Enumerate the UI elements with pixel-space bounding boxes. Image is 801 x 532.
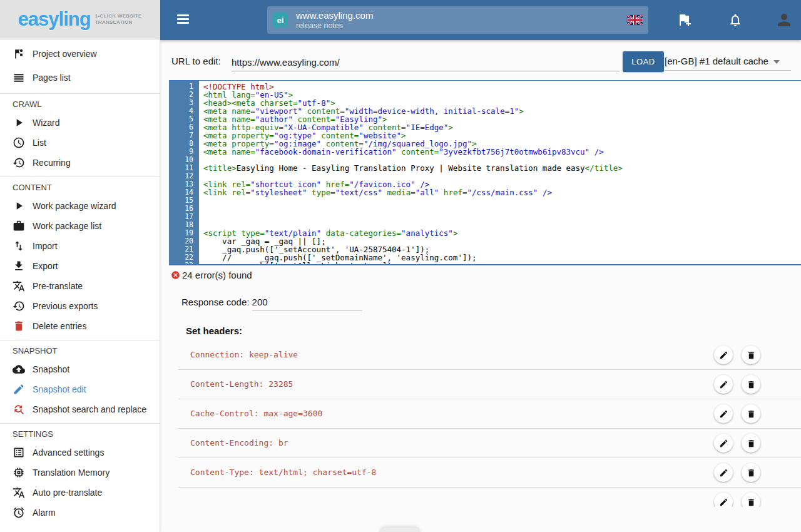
url-input[interactable] (232, 54, 620, 71)
sidebar-item-recurring[interactable]: Recurring (0, 153, 160, 173)
set-headers-label: Set headers: (186, 325, 801, 336)
topbar: el www.easyling.com release notes (160, 0, 801, 40)
delete-header-button[interactable] (742, 375, 760, 394)
sidebar-item-delete-entries[interactable]: Delete entries (0, 316, 160, 336)
sidebar-item-snapshot-search-and-replace[interactable]: Snapshot search and replace (0, 399, 160, 419)
bottom-button-peek[interactable] (380, 528, 419, 532)
history-icon (13, 156, 25, 169)
memory-icon (13, 466, 25, 479)
sidebar-item-wizard[interactable]: Wizard (0, 113, 160, 133)
sidebar-item-alarm[interactable]: Alarm (0, 503, 160, 523)
notifications-icon[interactable] (728, 13, 743, 28)
error-icon (171, 270, 180, 280)
line-number: 23 (169, 262, 193, 265)
edit-header-button[interactable] (714, 463, 733, 482)
sidebar-section-label: CONTENT (0, 180, 160, 196)
delete-header-button[interactable] (742, 463, 760, 482)
sidebar-item-partial[interactable] (0, 528, 160, 532)
header-row: Content-Encoding: br (160, 429, 801, 458)
sidebar-item-import[interactable]: Import (0, 236, 160, 256)
sidebar-item-label: Pages list (33, 73, 71, 83)
header-value: Content-Length: 23285 (160, 370, 801, 398)
edit-header-button[interactable] (714, 493, 733, 507)
play-icon (13, 116, 25, 129)
edit-header-button[interactable] (714, 345, 733, 364)
clock-icon (13, 136, 25, 149)
header-value: Content-Encoding: br (160, 429, 801, 457)
translate-icon (13, 280, 25, 292)
list-alt-icon (13, 446, 25, 459)
delete-header-button[interactable] (742, 434, 760, 453)
header-row: Content-Type: text/html; charset=utf-8 (160, 458, 801, 488)
sidebar-item-export[interactable]: Export (0, 256, 160, 276)
edit-header-button[interactable] (714, 375, 733, 394)
uk-flag-icon[interactable] (627, 15, 643, 25)
code-line: <meta name="facebook-domain-verification… (203, 148, 801, 156)
play-icon (13, 200, 25, 212)
sidebar-item-label: Work package wizard (33, 201, 116, 211)
add-flag-icon[interactable] (677, 13, 692, 28)
sidebar-section-label: SNAPSHOT (0, 343, 160, 359)
sidebar-item-list[interactable]: List (0, 133, 160, 153)
project-selector[interactable]: el www.easyling.com release notes (267, 6, 648, 34)
sidebar-item-label: Snapshot search and replace (33, 404, 146, 414)
briefcase-icon (13, 220, 25, 232)
sidebar-nav: Project overviewPages listCRAWLWizardLis… (0, 39, 160, 532)
code-line: <!DOCTYPE html> (203, 83, 801, 91)
delete-header-button[interactable] (742, 345, 760, 364)
sidebar-item-label: List (33, 138, 46, 148)
sidebar-item-snapshot-edit[interactable]: Snapshot edit (0, 379, 160, 399)
easyling-logo: easyling 1-CLICK WEBSITE TRANSLATION (0, 0, 160, 39)
sidebar-item-pages-list[interactable]: Pages list (0, 66, 160, 90)
header-row: Content-Length: 23285 (160, 370, 801, 399)
project-subtitle: release notes (296, 21, 373, 31)
sidebar-section-content: CONTENTWork package wizardWork package l… (0, 176, 160, 339)
delete-header-button[interactable] (742, 493, 760, 507)
menu-icon[interactable] (177, 14, 189, 24)
translate-icon (13, 486, 25, 499)
response-code-value[interactable]: 200 (252, 297, 362, 311)
sidebar-item-snapshot[interactable]: Snapshot (0, 359, 160, 379)
code-line (203, 213, 801, 221)
sidebar-item-previous-exports[interactable]: Previous exports (0, 296, 160, 316)
header-value: Cache-Control: max-age=3600 (160, 399, 801, 427)
cache-selector[interactable]: [en-GB] #1 default cache (665, 53, 791, 71)
sidebar-item-label: Alarm (33, 508, 56, 518)
chevron-down-icon (773, 60, 780, 64)
sidebar-item-label: Snapshot edit (33, 384, 86, 394)
sidebar-section-label: SETTINGS (0, 426, 160, 442)
sidebar-section-settings: SETTINGSAdvanced settingsTranslation Mem… (0, 423, 160, 532)
code-editor[interactable]: 1234567891011121314151617181920212223 <!… (169, 80, 801, 265)
flag-divider (621, 11, 622, 29)
project-overview-icon (13, 48, 25, 60)
url-toolbar: URL to edit: LOAD [en-GB] #1 default cac… (160, 40, 801, 80)
sidebar-item-label: Delete entries (33, 321, 86, 331)
sidebar-item-advanced-settings[interactable]: Advanced settings (0, 442, 160, 463)
load-button[interactable]: LOAD (623, 51, 664, 72)
edit-header-button[interactable] (714, 404, 733, 423)
delete-header-button[interactable] (742, 404, 760, 423)
edit-header-button[interactable] (714, 434, 733, 453)
sidebar-item-label: Import (33, 241, 58, 251)
sidebar-item-pre-translate[interactable]: Pre-translate (0, 276, 160, 296)
user-avatar[interactable] (775, 11, 793, 29)
sidebar-item-work-package-list[interactable]: Work package list (0, 216, 160, 236)
sidebar-item-work-package-wizard[interactable]: Work package wizard (0, 196, 160, 216)
sidebar-item-label: Wizard (33, 118, 60, 128)
sidebar-item-translation-memory[interactable]: Translation Memory (0, 463, 160, 483)
cache-selector-value: [en-GB] #1 default cache (665, 56, 768, 66)
sidebar-item-project-overview[interactable]: Project overview (0, 42, 160, 66)
code-line: <link rel="stylesheet" type="text/css" m… (203, 188, 801, 197)
response-code-label: Response code: (181, 297, 252, 307)
history-icon (13, 300, 25, 312)
error-summary-text: 24 error(s) found (182, 270, 252, 280)
sidebar-item-label: Work package list (33, 221, 101, 231)
pages-list-icon (13, 71, 25, 84)
sidebar-item-auto-pre-translate[interactable]: Auto pre-translate (0, 483, 160, 503)
pencil-icon (13, 383, 25, 396)
alarm-icon (13, 506, 25, 519)
code-area[interactable]: <!DOCTYPE html><html lang="en-US"><head>… (199, 81, 801, 264)
sidebar-section: Project overviewPages list (0, 39, 160, 92)
headers-list: Connection: keep-aliveContent-Length: 23… (160, 340, 801, 507)
sidebar-item-label: Snapshot (33, 364, 69, 374)
